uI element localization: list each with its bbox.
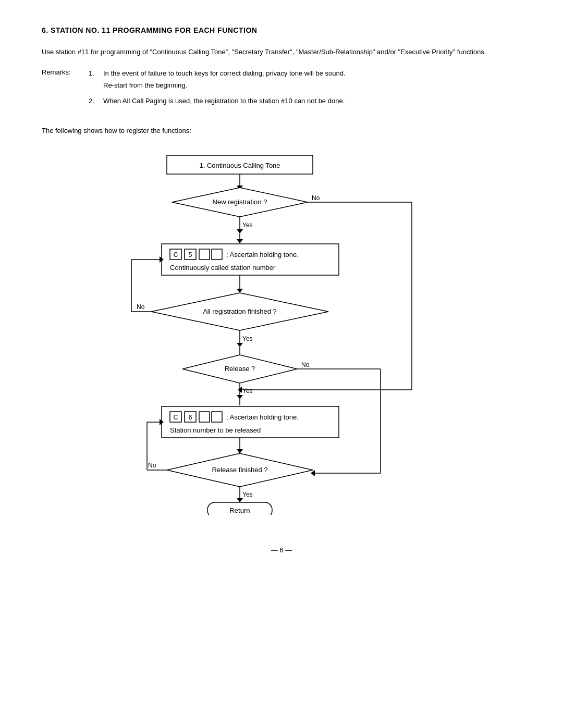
svg-marker-57 bbox=[237, 449, 243, 453]
svg-marker-11 bbox=[237, 229, 243, 233]
svg-text:No: No bbox=[301, 361, 310, 368]
svg-text:No: No bbox=[137, 303, 145, 311]
svg-text:Release ?: Release ? bbox=[225, 365, 255, 373]
svg-text:No: No bbox=[148, 462, 156, 469]
svg-text:Yes: Yes bbox=[242, 221, 253, 229]
flowchart-svg: 1. Continuous Calling Tone New registrat… bbox=[120, 150, 443, 515]
svg-text:Yes: Yes bbox=[242, 387, 253, 394]
svg-marker-66 bbox=[311, 470, 315, 476]
page-number: — 6 — bbox=[42, 546, 521, 554]
remark-2-text: When All Call Paging is used, the regist… bbox=[103, 96, 521, 107]
svg-text:Station number to be released: Station number to be released bbox=[170, 426, 261, 434]
svg-text:No: No bbox=[312, 194, 320, 202]
svg-rect-20 bbox=[212, 249, 222, 260]
svg-marker-36 bbox=[237, 343, 243, 347]
svg-text:C: C bbox=[174, 251, 178, 258]
remark-2: 2. When All Call Paging is used, the reg… bbox=[89, 96, 521, 107]
svg-text:Yes: Yes bbox=[242, 335, 253, 342]
svg-text:New registration ?: New registration ? bbox=[213, 198, 267, 206]
svg-text:Yes: Yes bbox=[242, 491, 253, 498]
svg-text:Return: Return bbox=[229, 507, 250, 514]
following-text: The following shows how to register the … bbox=[42, 127, 521, 134]
svg-marker-45 bbox=[237, 395, 243, 399]
svg-text:Continuously called station nu: Continuously called station number bbox=[170, 264, 276, 272]
remarks-section: Remarks: 1. In the event of failure to t… bbox=[42, 68, 521, 112]
remark-2-num: 2. bbox=[89, 96, 103, 107]
svg-rect-52 bbox=[199, 412, 210, 422]
remark-1-text: In the event of failure to touch keys fo… bbox=[103, 68, 521, 91]
svg-text:6: 6 bbox=[189, 414, 192, 421]
svg-rect-19 bbox=[199, 249, 210, 260]
intro-text: Use station #11 for programming of "Cont… bbox=[42, 47, 521, 58]
svg-text:All registration finished ?: All registration finished ? bbox=[203, 307, 277, 315]
page-title: 6. STATION NO. 11 PROGRAMMING FOR EACH F… bbox=[42, 26, 521, 34]
remarks-label: Remarks: bbox=[42, 68, 89, 112]
svg-text:1.  Continuous Calling Tone: 1. Continuous Calling Tone bbox=[199, 162, 280, 169]
svg-text:; Ascertain holding tone.: ; Ascertain holding tone. bbox=[226, 413, 299, 421]
remarks-content: 1. In the event of failure to touch keys… bbox=[89, 68, 521, 112]
svg-marker-13 bbox=[237, 239, 243, 243]
svg-text:Release finished ?: Release finished ? bbox=[212, 466, 268, 474]
flowchart-container: 1. Continuous Calling Tone New registrat… bbox=[42, 150, 521, 515]
svg-rect-53 bbox=[212, 412, 222, 422]
svg-marker-69 bbox=[237, 498, 243, 502]
remark-1-num: 1. bbox=[89, 68, 103, 91]
svg-text:; Ascertain holding tone.: ; Ascertain holding tone. bbox=[226, 251, 299, 258]
remark-1: 1. In the event of failure to touch keys… bbox=[89, 68, 521, 91]
svg-text:5: 5 bbox=[189, 251, 192, 258]
svg-text:C: C bbox=[174, 414, 178, 421]
svg-marker-24 bbox=[237, 289, 243, 293]
